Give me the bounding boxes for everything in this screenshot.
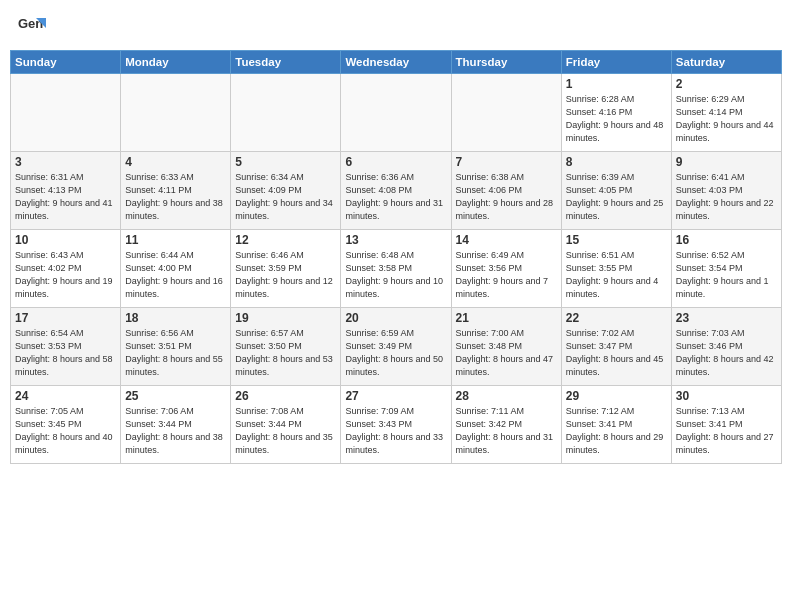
calendar-day-cell: 26Sunrise: 7:08 AM Sunset: 3:44 PM Dayli… bbox=[231, 386, 341, 464]
day-number: 30 bbox=[676, 389, 777, 403]
weekday-header-sunday: Sunday bbox=[11, 51, 121, 74]
calendar-day-cell: 4Sunrise: 6:33 AM Sunset: 4:11 PM Daylig… bbox=[121, 152, 231, 230]
day-info: Sunrise: 6:34 AM Sunset: 4:09 PM Dayligh… bbox=[235, 171, 336, 223]
weekday-header-thursday: Thursday bbox=[451, 51, 561, 74]
calendar-week-row: 10Sunrise: 6:43 AM Sunset: 4:02 PM Dayli… bbox=[11, 230, 782, 308]
day-number: 18 bbox=[125, 311, 226, 325]
calendar-day-cell: 11Sunrise: 6:44 AM Sunset: 4:00 PM Dayli… bbox=[121, 230, 231, 308]
weekday-header-monday: Monday bbox=[121, 51, 231, 74]
calendar-day-cell: 1Sunrise: 6:28 AM Sunset: 4:16 PM Daylig… bbox=[561, 74, 671, 152]
calendar-day-cell: 8Sunrise: 6:39 AM Sunset: 4:05 PM Daylig… bbox=[561, 152, 671, 230]
day-info: Sunrise: 6:44 AM Sunset: 4:00 PM Dayligh… bbox=[125, 249, 226, 301]
day-info: Sunrise: 6:56 AM Sunset: 3:51 PM Dayligh… bbox=[125, 327, 226, 379]
calendar-day-cell: 19Sunrise: 6:57 AM Sunset: 3:50 PM Dayli… bbox=[231, 308, 341, 386]
calendar-day-cell: 20Sunrise: 6:59 AM Sunset: 3:49 PM Dayli… bbox=[341, 308, 451, 386]
day-number: 3 bbox=[15, 155, 116, 169]
calendar-day-cell: 27Sunrise: 7:09 AM Sunset: 3:43 PM Dayli… bbox=[341, 386, 451, 464]
day-info: Sunrise: 6:57 AM Sunset: 3:50 PM Dayligh… bbox=[235, 327, 336, 379]
day-number: 16 bbox=[676, 233, 777, 247]
weekday-header-wednesday: Wednesday bbox=[341, 51, 451, 74]
day-info: Sunrise: 6:51 AM Sunset: 3:55 PM Dayligh… bbox=[566, 249, 667, 301]
day-info: Sunrise: 7:06 AM Sunset: 3:44 PM Dayligh… bbox=[125, 405, 226, 457]
day-info: Sunrise: 6:54 AM Sunset: 3:53 PM Dayligh… bbox=[15, 327, 116, 379]
calendar-day-cell: 17Sunrise: 6:54 AM Sunset: 3:53 PM Dayli… bbox=[11, 308, 121, 386]
day-number: 29 bbox=[566, 389, 667, 403]
calendar-day-cell bbox=[341, 74, 451, 152]
calendar-day-cell: 23Sunrise: 7:03 AM Sunset: 3:46 PM Dayli… bbox=[671, 308, 781, 386]
day-info: Sunrise: 7:08 AM Sunset: 3:44 PM Dayligh… bbox=[235, 405, 336, 457]
page-header: Gen bbox=[0, 0, 792, 50]
calendar-day-cell: 30Sunrise: 7:13 AM Sunset: 3:41 PM Dayli… bbox=[671, 386, 781, 464]
weekday-header-friday: Friday bbox=[561, 51, 671, 74]
day-info: Sunrise: 6:48 AM Sunset: 3:58 PM Dayligh… bbox=[345, 249, 446, 301]
day-info: Sunrise: 6:29 AM Sunset: 4:14 PM Dayligh… bbox=[676, 93, 777, 145]
day-number: 2 bbox=[676, 77, 777, 91]
calendar-week-row: 1Sunrise: 6:28 AM Sunset: 4:16 PM Daylig… bbox=[11, 74, 782, 152]
calendar-day-cell: 15Sunrise: 6:51 AM Sunset: 3:55 PM Dayli… bbox=[561, 230, 671, 308]
calendar-day-cell: 28Sunrise: 7:11 AM Sunset: 3:42 PM Dayli… bbox=[451, 386, 561, 464]
day-info: Sunrise: 7:05 AM Sunset: 3:45 PM Dayligh… bbox=[15, 405, 116, 457]
calendar-week-row: 3Sunrise: 6:31 AM Sunset: 4:13 PM Daylig… bbox=[11, 152, 782, 230]
day-info: Sunrise: 7:09 AM Sunset: 3:43 PM Dayligh… bbox=[345, 405, 446, 457]
day-number: 25 bbox=[125, 389, 226, 403]
logo-icon: Gen bbox=[18, 14, 46, 42]
day-info: Sunrise: 6:59 AM Sunset: 3:49 PM Dayligh… bbox=[345, 327, 446, 379]
day-info: Sunrise: 6:31 AM Sunset: 4:13 PM Dayligh… bbox=[15, 171, 116, 223]
calendar-day-cell: 2Sunrise: 6:29 AM Sunset: 4:14 PM Daylig… bbox=[671, 74, 781, 152]
day-info: Sunrise: 6:46 AM Sunset: 3:59 PM Dayligh… bbox=[235, 249, 336, 301]
day-info: Sunrise: 6:39 AM Sunset: 4:05 PM Dayligh… bbox=[566, 171, 667, 223]
day-number: 4 bbox=[125, 155, 226, 169]
day-number: 5 bbox=[235, 155, 336, 169]
calendar-header-row: SundayMondayTuesdayWednesdayThursdayFrid… bbox=[11, 51, 782, 74]
day-number: 19 bbox=[235, 311, 336, 325]
day-info: Sunrise: 6:52 AM Sunset: 3:54 PM Dayligh… bbox=[676, 249, 777, 301]
calendar-day-cell: 22Sunrise: 7:02 AM Sunset: 3:47 PM Dayli… bbox=[561, 308, 671, 386]
calendar-day-cell: 6Sunrise: 6:36 AM Sunset: 4:08 PM Daylig… bbox=[341, 152, 451, 230]
day-number: 13 bbox=[345, 233, 446, 247]
calendar-day-cell bbox=[121, 74, 231, 152]
calendar-day-cell: 7Sunrise: 6:38 AM Sunset: 4:06 PM Daylig… bbox=[451, 152, 561, 230]
day-number: 14 bbox=[456, 233, 557, 247]
day-number: 6 bbox=[345, 155, 446, 169]
day-number: 21 bbox=[456, 311, 557, 325]
calendar-day-cell: 16Sunrise: 6:52 AM Sunset: 3:54 PM Dayli… bbox=[671, 230, 781, 308]
day-number: 11 bbox=[125, 233, 226, 247]
calendar-day-cell: 29Sunrise: 7:12 AM Sunset: 3:41 PM Dayli… bbox=[561, 386, 671, 464]
calendar-day-cell: 5Sunrise: 6:34 AM Sunset: 4:09 PM Daylig… bbox=[231, 152, 341, 230]
day-number: 9 bbox=[676, 155, 777, 169]
calendar-day-cell: 25Sunrise: 7:06 AM Sunset: 3:44 PM Dayli… bbox=[121, 386, 231, 464]
day-number: 20 bbox=[345, 311, 446, 325]
day-info: Sunrise: 6:41 AM Sunset: 4:03 PM Dayligh… bbox=[676, 171, 777, 223]
day-number: 17 bbox=[15, 311, 116, 325]
day-info: Sunrise: 6:36 AM Sunset: 4:08 PM Dayligh… bbox=[345, 171, 446, 223]
day-info: Sunrise: 6:38 AM Sunset: 4:06 PM Dayligh… bbox=[456, 171, 557, 223]
day-info: Sunrise: 6:43 AM Sunset: 4:02 PM Dayligh… bbox=[15, 249, 116, 301]
day-number: 1 bbox=[566, 77, 667, 91]
day-info: Sunrise: 6:28 AM Sunset: 4:16 PM Dayligh… bbox=[566, 93, 667, 145]
day-info: Sunrise: 7:13 AM Sunset: 3:41 PM Dayligh… bbox=[676, 405, 777, 457]
day-number: 26 bbox=[235, 389, 336, 403]
day-info: Sunrise: 7:02 AM Sunset: 3:47 PM Dayligh… bbox=[566, 327, 667, 379]
calendar-day-cell bbox=[11, 74, 121, 152]
calendar-week-row: 24Sunrise: 7:05 AM Sunset: 3:45 PM Dayli… bbox=[11, 386, 782, 464]
day-number: 15 bbox=[566, 233, 667, 247]
calendar-day-cell: 18Sunrise: 6:56 AM Sunset: 3:51 PM Dayli… bbox=[121, 308, 231, 386]
day-number: 22 bbox=[566, 311, 667, 325]
calendar-day-cell bbox=[451, 74, 561, 152]
day-number: 23 bbox=[676, 311, 777, 325]
calendar-day-cell: 13Sunrise: 6:48 AM Sunset: 3:58 PM Dayli… bbox=[341, 230, 451, 308]
day-number: 10 bbox=[15, 233, 116, 247]
calendar-day-cell: 14Sunrise: 6:49 AM Sunset: 3:56 PM Dayli… bbox=[451, 230, 561, 308]
weekday-header-tuesday: Tuesday bbox=[231, 51, 341, 74]
day-number: 8 bbox=[566, 155, 667, 169]
day-number: 7 bbox=[456, 155, 557, 169]
weekday-header-saturday: Saturday bbox=[671, 51, 781, 74]
day-number: 24 bbox=[15, 389, 116, 403]
logo: Gen bbox=[18, 14, 50, 42]
day-info: Sunrise: 6:33 AM Sunset: 4:11 PM Dayligh… bbox=[125, 171, 226, 223]
calendar-table: SundayMondayTuesdayWednesdayThursdayFrid… bbox=[10, 50, 782, 464]
day-number: 12 bbox=[235, 233, 336, 247]
calendar-day-cell: 10Sunrise: 6:43 AM Sunset: 4:02 PM Dayli… bbox=[11, 230, 121, 308]
day-info: Sunrise: 6:49 AM Sunset: 3:56 PM Dayligh… bbox=[456, 249, 557, 301]
day-info: Sunrise: 7:00 AM Sunset: 3:48 PM Dayligh… bbox=[456, 327, 557, 379]
